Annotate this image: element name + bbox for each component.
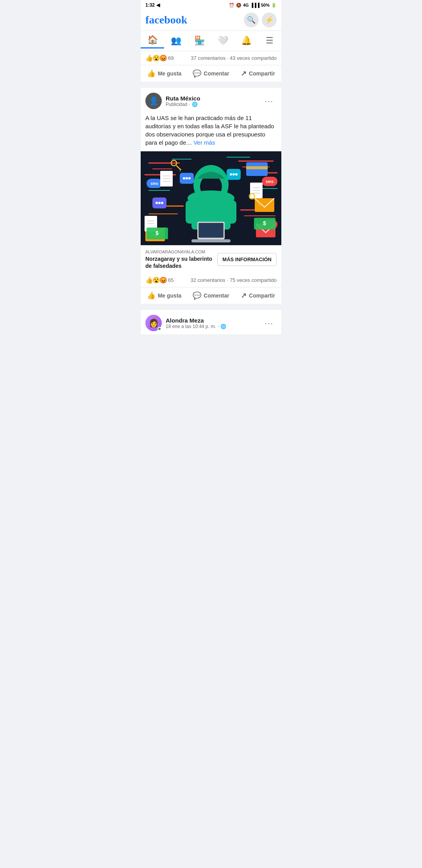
svg-text:$: $ (263, 220, 266, 226)
dot-separator: · (189, 102, 190, 107)
divider-1 (141, 85, 281, 88)
ruta-reactions-left: 👍 😮 😡 65 (145, 276, 173, 284)
prev-emoji-stack: 👍 😮 😡 (145, 54, 166, 62)
ruta-post-image: sms sms sms (141, 151, 281, 245)
svg-rect-65 (186, 200, 197, 224)
ruta-link-preview: ALVAROARAGONAYALA.COM Norzagaray y su la… (141, 245, 281, 273)
nav-friends[interactable]: 👥 (164, 33, 188, 48)
ruta-comment-button[interactable]: 💬 Comentar (188, 288, 234, 303)
location-icon: ◀ (156, 2, 160, 8)
dot-separator-3: · (218, 324, 219, 329)
svg-rect-69 (191, 239, 231, 242)
nav-bar: 🏠 👥 🏪 🤍 🔔 ☰ (141, 31, 281, 51)
globe-icon-2: 🌐 (220, 324, 226, 329)
messenger-icon: ⚡ (265, 16, 274, 24)
ruta-shares-count: 75 veces compartido (230, 277, 277, 283)
status-bar: 1:32 ◀ ⏰ 🔕 4G ▐▐▐ 50% 🔋 (141, 0, 281, 9)
ruta-post-actions: 👍 Me gusta 💬 Comentar ↗ Compartir (141, 287, 281, 304)
comment-icon-2: 💬 (193, 291, 201, 300)
wow-emoji: 😮 (152, 54, 160, 62)
svg-point-32 (161, 202, 163, 204)
svg-text:sms: sms (150, 181, 158, 186)
home-icon: 🏠 (147, 35, 158, 45)
bell-icon: 🔔 (241, 36, 252, 46)
ruta-publicidad-label: Publicidad (166, 102, 187, 107)
prev-share-label: Compartir (249, 70, 275, 77)
ruta-stats: 32 comentarios · 75 veces compartido (191, 277, 277, 283)
alarm-icon: ⏰ (229, 3, 234, 8)
previous-post-snippet: 👍 😮 😡 69 37 comentarios · 43 veces compa… (141, 51, 281, 82)
angry-emoji-2: 😡 (159, 276, 167, 284)
link-title: Norzagaray y su laberinto de falsedades (145, 255, 213, 269)
ruta-post-header: 👤 Ruta México Publicidad · 🌐 ··· (141, 88, 281, 112)
svg-point-23 (186, 177, 188, 179)
like-emoji: 👍 (145, 54, 153, 62)
ruta-meta: Ruta México Publicidad · 🌐 (166, 95, 200, 107)
alondra-date-label: 18 ene a las 10:44 p. m. (166, 324, 216, 329)
watch-icon: 🤍 (218, 36, 228, 46)
signal-bars: ▐▐▐ (250, 3, 259, 7)
prev-reactions-bar: 👍 😮 😡 69 37 comentarios · 43 veces compa… (141, 51, 281, 65)
nav-watch[interactable]: 🤍 (211, 33, 234, 48)
nav-notifications[interactable]: 🔔 (234, 33, 258, 48)
like-emoji-2: 👍 (145, 276, 153, 284)
ruta-emoji-stack: 👍 😮 😡 (145, 276, 166, 284)
ruta-comments-count: 32 comentarios (191, 277, 225, 283)
svg-point-26 (230, 173, 232, 176)
divider-2 (141, 307, 281, 310)
online-indicator (157, 327, 161, 331)
share-icon: ↗ (241, 69, 247, 78)
svg-point-28 (235, 173, 238, 176)
silent-icon: 🔕 (236, 3, 241, 8)
messenger-button[interactable]: ⚡ (262, 13, 277, 27)
nav-menu[interactable]: ☰ (258, 33, 281, 48)
svg-rect-60 (246, 166, 268, 169)
svg-rect-70 (199, 224, 223, 237)
prev-post-actions: 👍 Me gusta 💬 Comentar ↗ Compartir (141, 65, 281, 82)
ruta-comment-label: Comentar (204, 292, 229, 299)
svg-point-30 (156, 202, 158, 204)
see-more-link[interactable]: Ver más (193, 139, 215, 146)
prev-reaction-count: 69 (168, 55, 173, 61)
ruta-more-button[interactable]: ··· (261, 95, 277, 107)
menu-icon: ☰ (266, 36, 274, 46)
search-button[interactable]: 🔍 (244, 13, 259, 27)
time-display: 1:32 (145, 2, 155, 8)
prev-reactions-left: 👍 😮 😡 69 (145, 54, 173, 62)
svg-rect-34 (255, 198, 274, 212)
friends-icon: 👥 (171, 36, 181, 46)
battery-icon: 🔋 (271, 3, 277, 8)
alondra-post-header: 👩 Alondra Meza 18 ene a las 10:44 p. m. … (141, 310, 281, 334)
search-icon: 🔍 (247, 16, 256, 24)
alondra-author-info: 👩 Alondra Meza 18 ene a las 10:44 p. m. … (145, 315, 226, 331)
marketplace-icon: 🏪 (194, 36, 205, 46)
ruta-like-label: Me gusta (158, 292, 182, 299)
nav-home[interactable]: 🏠 (141, 32, 164, 48)
link-info: ALVAROARAGONAYALA.COM Norzagaray y su la… (145, 249, 213, 269)
alondra-author-name[interactable]: Alondra Meza (166, 317, 226, 324)
alondra-more-button[interactable]: ··· (261, 317, 277, 329)
svg-point-31 (158, 202, 161, 204)
header-actions: 🔍 ⚡ (244, 13, 277, 27)
ruta-share-button[interactable]: ↗ Compartir (234, 288, 281, 303)
prev-like-button[interactable]: 👍 Me gusta (141, 66, 188, 81)
ruta-like-button[interactable]: 👍 Me gusta (141, 288, 188, 303)
ruta-author-name[interactable]: Ruta México (166, 95, 200, 102)
battery-display: 50% (261, 3, 270, 7)
prev-comment-button[interactable]: 💬 Comentar (188, 66, 234, 81)
ruta-post-text: A la UAS se le han practicado más de 11 … (141, 112, 281, 151)
ruta-avatar-img: 👤 (149, 96, 159, 106)
ruta-reactions-bar: 👍 😮 😡 65 32 comentarios · 75 veces compa… (141, 273, 281, 287)
svg-text:$: $ (156, 230, 159, 236)
prev-share-button[interactable]: ↗ Compartir (234, 66, 281, 81)
comment-icon: 💬 (193, 69, 201, 78)
status-icons: ⏰ 🔕 4G ▐▐▐ 50% 🔋 (229, 3, 277, 8)
svg-point-22 (183, 177, 185, 179)
svg-rect-66 (225, 200, 236, 224)
alondra-post-meta: 18 ene a las 10:44 p. m. · 🌐 (166, 324, 226, 329)
nav-marketplace[interactable]: 🏪 (188, 33, 211, 48)
more-info-button[interactable]: MÁS INFORMACIÓN (217, 253, 277, 266)
alondra-post: 👩 Alondra Meza 18 ene a las 10:44 p. m. … (141, 310, 281, 334)
dot-separator-2: · (227, 277, 228, 283)
ruta-post-meta: Publicidad · 🌐 (166, 102, 200, 107)
